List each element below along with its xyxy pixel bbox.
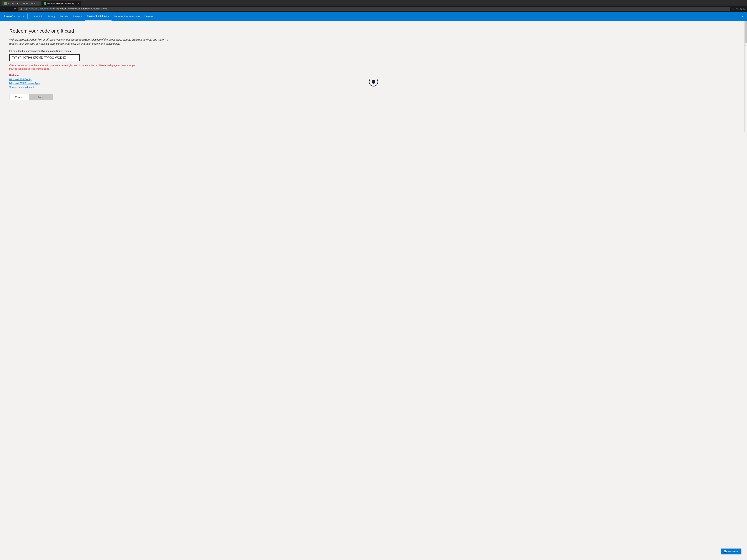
code-input-container [9, 54, 738, 61]
scroll-down-arrow[interactable]: ▼ [745, 44, 747, 47]
account-label: It'll be added to daronmoorejr@yahoo.com… [9, 50, 738, 52]
code-input[interactable] [9, 54, 80, 61]
redeem-label: Redeem: [9, 74, 738, 77]
nav-services-subscriptions[interactable]: Services & subscriptions [111, 12, 142, 20]
error-message: Check the instructions that came with yo… [9, 63, 139, 71]
cortana-circle [369, 77, 378, 86]
active-tab-favicon [44, 2, 46, 5]
nav-privacy[interactable]: Privacy [45, 12, 58, 20]
tab-favicon [4, 2, 7, 5]
tab-bar: Microsoft account | Services & ✕ Microso… [2, 1, 745, 5]
scrollbar[interactable]: ▼ [744, 21, 747, 132]
cortana-inner [372, 80, 375, 84]
tab-close-active[interactable]: ✕ [78, 2, 79, 4]
page-title: Redeem your code or gift card [9, 28, 738, 34]
forward-button[interactable]: → [7, 7, 11, 10]
nav-security[interactable]: Security [58, 12, 71, 20]
ms-navbar: iicrosoft account Your info Privacy Secu… [0, 12, 747, 21]
nav-divider [27, 14, 28, 19]
payment-billing-chevron: ⌄ [108, 15, 109, 17]
browser-icons: A₀ ☆ ⊕ □ [731, 7, 745, 10]
next-button[interactable]: Next [29, 94, 53, 100]
favorites-button[interactable]: ☆ [736, 7, 739, 10]
cancel-button[interactable]: Cancel [9, 94, 29, 100]
back-button[interactable]: ← [2, 7, 6, 10]
inactive-tab-label: Microsoft account | Services & [8, 2, 35, 4]
active-tab-label: Microsoft account | Redeem y... [47, 2, 76, 4]
nav-rewards[interactable]: Rewards [71, 12, 85, 20]
scrollbar-thumb[interactable] [745, 21, 747, 43]
lock-icon: 🔒 [20, 7, 23, 10]
nav-help-button[interactable]: ? [742, 15, 743, 18]
profile-button[interactable]: □ [744, 7, 745, 10]
address-text: https://account.microsoft.com/billing/re… [24, 7, 728, 10]
reader-mode-button[interactable]: A₀ [731, 7, 735, 10]
active-tab[interactable]: Microsoft account | Redeem y... ✕ [42, 1, 81, 5]
reload-button[interactable]: ↻ [13, 7, 17, 10]
main-content: Redeem your code or gift card With a Mic… [0, 21, 747, 132]
nav-payment-billing[interactable]: Payment & billing ⌄ [85, 12, 111, 21]
cortana-icon [369, 77, 378, 86]
tab-close-inactive[interactable]: ✕ [37, 2, 38, 4]
browser-chrome: Microsoft account | Services & ✕ Microso… [0, 0, 747, 5]
collections-button[interactable]: ⊕ [740, 7, 742, 10]
ms-brand: iicrosoft account [4, 15, 24, 18]
page-description: With a Microsoft product key or gift car… [9, 37, 176, 46]
nav-devices[interactable]: Devices [142, 12, 155, 20]
address-bar[interactable]: 🔒 https://account.microsoft.com/billing/… [18, 7, 730, 11]
inactive-tab[interactable]: Microsoft account | Services & ✕ [2, 1, 41, 5]
nav-your-info[interactable]: Your info [31, 12, 45, 20]
buttons-row: Cancel Next [9, 94, 738, 100]
address-bar-row: ← → ↻ 🔒 https://account.microsoft.com/bi… [0, 5, 747, 12]
